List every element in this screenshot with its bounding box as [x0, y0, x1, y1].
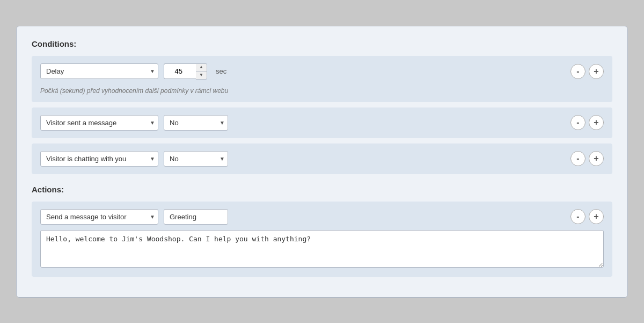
action-row-send-message: Send a message to visitor ▼ - + Hello, w… [32, 202, 612, 277]
conditions-title: Conditions: [32, 39, 612, 48]
delay-btn-group: - + [570, 64, 604, 79]
delay-unit-label: sec [216, 67, 226, 75]
condition-type-delay-select[interactable]: Delay Visitor sent a message Visitor is … [40, 63, 158, 79]
condition-row-chatting: Visitor is chatting with you Delay Visit… [32, 143, 612, 174]
main-panel: Conditions: Delay Visitor sent a message… [16, 26, 628, 298]
condition-type-chatting-wrapper: Visitor is chatting with you Delay Visit… [40, 151, 158, 167]
action-remove-button[interactable]: - [570, 209, 586, 224]
delay-input-wrapper: ▲ ▼ [164, 63, 207, 80]
condition-type-sent-select[interactable]: Visitor sent a message Delay Visitor is … [40, 115, 158, 131]
action-top: Send a message to visitor ▼ - + [40, 209, 604, 225]
condition-type-chatting-select[interactable]: Visitor is chatting with you Delay Visit… [40, 151, 158, 167]
action-type-wrapper: Send a message to visitor ▼ [40, 209, 158, 225]
actions-section: Actions: Send a message to visitor ▼ - +… [32, 185, 612, 277]
action-type-select[interactable]: Send a message to visitor [40, 209, 158, 225]
action-add-button[interactable]: + [589, 209, 604, 224]
message-textarea[interactable]: Hello, welcome to Jim's Woodshop. Can I … [40, 230, 604, 268]
delay-add-button[interactable]: + [589, 64, 604, 79]
condition-type-delay-wrapper: Delay Visitor sent a message Visitor is … [40, 63, 158, 79]
delay-remove-button[interactable]: - [570, 64, 586, 79]
greeting-input[interactable] [164, 209, 228, 225]
delay-spinner: ▲ ▼ [196, 63, 207, 80]
condition-value-chatting-wrapper: No Yes ▼ [164, 151, 228, 167]
sent-btn-group: - + [570, 115, 604, 130]
sent-remove-button[interactable]: - [570, 115, 586, 130]
condition-value-chatting-select[interactable]: No Yes [164, 151, 228, 167]
delay-number-input[interactable] [164, 63, 196, 79]
chatting-remove-button[interactable]: - [570, 151, 586, 166]
actions-title: Actions: [32, 185, 612, 194]
action-btn-group: - + [570, 209, 604, 224]
chatting-add-button[interactable]: + [589, 151, 604, 166]
condition-value-sent-select[interactable]: No Yes [164, 115, 228, 131]
condition-row-visitor-sent: Visitor sent a message Delay Visitor is … [32, 107, 612, 138]
sent-add-button[interactable]: + [589, 115, 604, 130]
delay-increment-button[interactable]: ▲ [196, 64, 207, 71]
condition-value-sent-wrapper: No Yes ▼ [164, 115, 228, 131]
condition-row-delay: Delay Visitor sent a message Visitor is … [32, 56, 612, 102]
delay-decrement-button[interactable]: ▼ [196, 71, 207, 79]
condition-type-sent-wrapper: Visitor sent a message Delay Visitor is … [40, 115, 158, 131]
delay-hint: Počká (sekund) před vyhodnocením další p… [40, 87, 604, 95]
chatting-btn-group: - + [570, 151, 604, 166]
